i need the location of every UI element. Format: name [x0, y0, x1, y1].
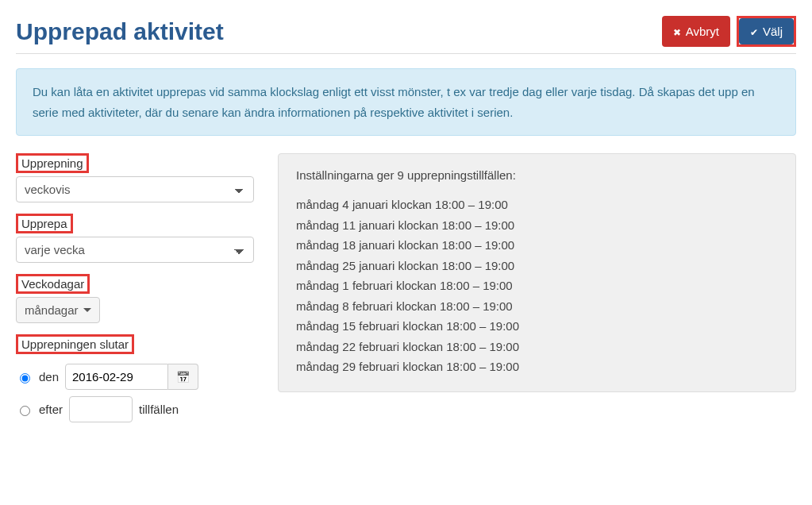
select-button-label: Välj	[763, 25, 783, 38]
repeat-select[interactable]: varje vecka	[16, 237, 254, 263]
preview-list: måndag 4 januari klockan 18:00 – 19:00 m…	[296, 195, 778, 377]
preview-item: måndag 22 februari klockan 18:00 – 19:00	[296, 337, 778, 357]
preview-item: måndag 4 januari klockan 18:00 – 19:00	[296, 195, 778, 215]
repeat-label: Upprepa	[16, 214, 73, 233]
weekdays-value: måndagar	[25, 303, 79, 317]
calendar-button[interactable]	[168, 364, 198, 390]
page-title: Upprepad aktivitet	[16, 18, 224, 45]
end-after-input[interactable]	[69, 396, 133, 422]
preview-heading: Inställningarna ger 9 upprepningstillfäl…	[296, 168, 778, 182]
preview-item: måndag 1 februari klockan 18:00 – 19:00	[296, 276, 778, 296]
header-actions: Avbryt Välj	[662, 16, 796, 47]
preview-panel: Inställningarna ger 9 upprepningstillfäl…	[278, 153, 796, 392]
preview-item: måndag 25 januari klockan 18:00 – 19:00	[296, 256, 778, 276]
preview-item: måndag 15 februari klockan 18:00 – 19:00	[296, 316, 778, 337]
preview-item: måndag 29 februari klockan 18:00 – 19:00	[296, 357, 778, 377]
select-button[interactable]: Välj	[739, 18, 794, 44]
info-text: Du kan låta en aktivitet upprepas vid sa…	[33, 85, 755, 119]
repetition-select[interactable]: veckovis	[16, 176, 254, 202]
preview-item: måndag 18 januari klockan 18:00 – 19:00	[296, 235, 778, 256]
weekdays-label: Veckodagar	[16, 274, 90, 294]
chevron-down-icon	[83, 308, 91, 312]
end-after-suffix: tillfällen	[139, 403, 179, 416]
end-on-date-radio[interactable]	[20, 373, 30, 384]
info-alert: Du kan låta en aktivitet upprepas vid sa…	[16, 68, 796, 136]
end-after-radio[interactable]	[20, 406, 30, 416]
repetition-label: Upprepning	[16, 153, 89, 173]
weekdays-dropdown[interactable]: måndagar	[16, 297, 100, 323]
preview-item: måndag 11 januari klockan 18:00 – 19:00	[296, 215, 778, 236]
close-icon	[673, 25, 681, 38]
end-after-label: efter	[39, 403, 63, 416]
end-date-input[interactable]	[65, 364, 168, 390]
check-icon	[750, 25, 758, 38]
cancel-button[interactable]: Avbryt	[662, 16, 730, 47]
select-button-highlight: Välj	[737, 16, 796, 47]
calendar-icon	[176, 370, 190, 384]
settings-form: Upprepning veckovis Upprepa varje vecka …	[16, 153, 254, 434]
ends-label: Upprepningen slutar	[16, 334, 134, 354]
preview-item: måndag 8 februari klockan 18:00 – 19:00	[296, 296, 778, 317]
cancel-button-label: Avbryt	[686, 25, 719, 38]
end-on-date-label: den	[39, 370, 59, 384]
